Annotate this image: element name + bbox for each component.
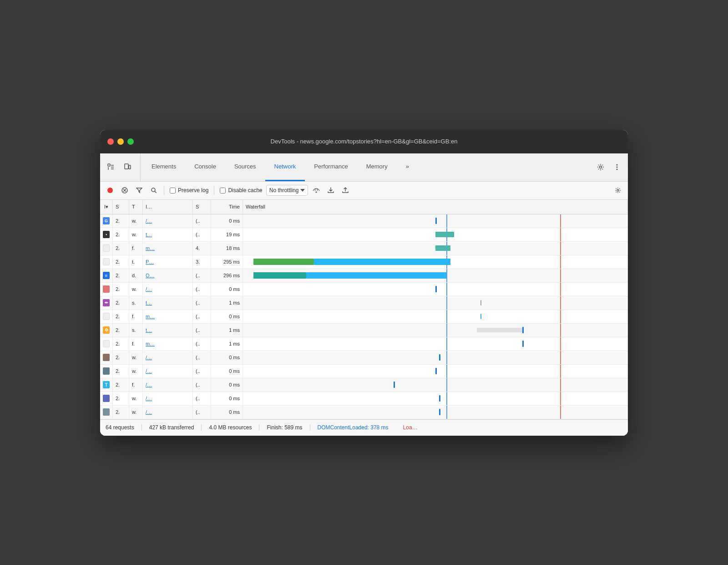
tab-more[interactable]: »: [397, 153, 418, 181]
svg-point-7: [107, 188, 113, 193]
maximize-button[interactable]: [127, 138, 134, 145]
minimize-button[interactable]: [117, 138, 124, 145]
table-row[interactable]: 2. f. m… 4. 18 ms: [100, 242, 628, 255]
network-toolbar: Preserve log Disable cache No throttling: [100, 182, 628, 200]
table-row[interactable]: 2. w. /… (.. 0 ms: [100, 283, 628, 296]
filter-button[interactable]: [133, 184, 146, 197]
search-button[interactable]: [147, 184, 160, 197]
settings-button[interactable]: [593, 160, 608, 174]
svg-point-6: [617, 169, 618, 170]
row-icon: T: [100, 378, 113, 392]
tab-performance[interactable]: Performance: [305, 153, 357, 181]
throttle-select[interactable]: No throttling: [266, 185, 308, 196]
row-icon: [100, 392, 113, 405]
table-row[interactable]: 2. w. /… (.. 0 ms: [100, 392, 628, 406]
svg-point-11: [617, 189, 619, 191]
status-resources: 4.0 MB resources: [202, 424, 259, 431]
col-header-status[interactable]: S: [113, 200, 129, 214]
toolbar-separator-2: [214, 186, 214, 195]
network-list: G 2. w. /… (.. 0 ms ▪: [100, 214, 628, 419]
status-transferred: 427 kB transferred: [142, 424, 202, 431]
disable-cache-checkbox[interactable]: Disable cache: [218, 187, 264, 193]
network-conditions-button[interactable]: [310, 184, 323, 197]
col-header-waterfall[interactable]: Waterfall: [243, 200, 628, 214]
main-tabs: Elements Console Sources Network Perform…: [142, 153, 590, 181]
row-icon: ✏: [100, 296, 113, 310]
row-icon: ≡: [100, 269, 113, 282]
devtools-window: DevTools - news.google.com/topstories?hl…: [100, 130, 628, 436]
toolbar-separator-1: [164, 186, 164, 195]
svg-point-3: [600, 166, 602, 168]
table-row[interactable]: 2. w. /… (.. 0 ms: [100, 365, 628, 378]
tab-bar-left-icons: [104, 153, 141, 181]
table-row[interactable]: ✏ 2. s. t… (.. 1 ms: [100, 296, 628, 310]
tab-bar: Elements Console Sources Network Perform…: [100, 153, 628, 182]
row-icon: [100, 351, 113, 364]
row-icon: [100, 310, 113, 323]
svg-rect-0: [108, 164, 110, 166]
window-title: DevTools - news.google.com/topstories?hl…: [271, 138, 458, 145]
preserve-log-checkbox[interactable]: Preserve log: [168, 187, 210, 193]
table-row[interactable]: ≡ 2. d. O… (.. 296 ms: [100, 269, 628, 283]
row-icon: ▪: [100, 228, 113, 241]
status-bar: 64 requests 427 kB transferred 4.0 MB re…: [100, 419, 628, 436]
row-icon: [100, 283, 113, 296]
close-button[interactable]: [107, 138, 114, 145]
row-icon: [100, 365, 113, 378]
column-headers: I▾ S T I… S Time Waterfall: [100, 200, 628, 214]
svg-rect-1: [125, 164, 128, 169]
table-row[interactable]: ⚙ 2. s. t… (.. 1 ms: [100, 324, 628, 337]
table-row[interactable]: 2. f. m… (.. 0 ms: [100, 310, 628, 324]
col-header-type[interactable]: T: [129, 200, 143, 214]
row-icon: ⚙: [100, 324, 113, 337]
status-load: Loa…: [396, 424, 425, 431]
import-button[interactable]: [324, 184, 337, 197]
table-row[interactable]: 2. f. m… (.. 1 ms: [100, 337, 628, 351]
table-row[interactable]: ▪ 2. w. t… (.. 19 ms: [100, 228, 628, 242]
col-header-time[interactable]: Time: [211, 200, 243, 214]
row-icon: [100, 337, 113, 351]
row-icon: [100, 242, 113, 255]
network-settings-button[interactable]: [612, 184, 624, 197]
tab-memory[interactable]: Memory: [357, 153, 397, 181]
tab-sources[interactable]: Sources: [225, 153, 265, 181]
status-requests: 64 requests: [106, 424, 142, 431]
svg-point-10: [316, 192, 317, 193]
tab-bar-right-icons: [590, 153, 628, 181]
col-header-name[interactable]: I…: [143, 200, 193, 214]
device-toolbar-button[interactable]: [120, 160, 135, 174]
table-row[interactable]: G 2. w. /… (.. 0 ms: [100, 214, 628, 228]
tab-network[interactable]: Network: [265, 153, 305, 181]
table-row[interactable]: 2. t. P… 3. 295 ms: [100, 255, 628, 269]
export-button[interactable]: [339, 184, 352, 197]
devtools-panel: Elements Console Sources Network Perform…: [100, 153, 628, 436]
status-dom-content-loaded: DOMContentLoaded: 378 ms: [310, 424, 396, 431]
titlebar: DevTools - news.google.com/topstories?hl…: [100, 130, 628, 153]
traffic-lights: [107, 138, 134, 145]
tab-console[interactable]: Console: [185, 153, 225, 181]
disable-cache-input[interactable]: [220, 188, 226, 193]
more-options-button[interactable]: [610, 160, 624, 174]
table-row[interactable]: T 2. f. /… (.. 0 ms: [100, 378, 628, 392]
row-icon: G: [100, 214, 113, 228]
inspect-element-button[interactable]: [104, 160, 118, 174]
svg-point-9: [152, 188, 155, 192]
svg-rect-2: [129, 165, 131, 169]
table-row[interactable]: 2. w. /… (.. 0 ms: [100, 351, 628, 365]
status-finish: Finish: 589 ms: [259, 424, 310, 431]
svg-point-4: [617, 164, 618, 166]
preserve-log-input[interactable]: [170, 188, 176, 193]
table-row[interactable]: 2. w. /… (.. 0 ms: [100, 406, 628, 419]
svg-point-5: [617, 167, 618, 168]
col-header-icon[interactable]: I▾: [100, 200, 113, 214]
clear-button[interactable]: [118, 184, 131, 197]
col-header-size[interactable]: S: [193, 200, 211, 214]
tab-elements[interactable]: Elements: [142, 153, 185, 181]
record-button[interactable]: [104, 184, 116, 197]
row-icon: [100, 406, 113, 419]
row-icon: [100, 255, 113, 269]
